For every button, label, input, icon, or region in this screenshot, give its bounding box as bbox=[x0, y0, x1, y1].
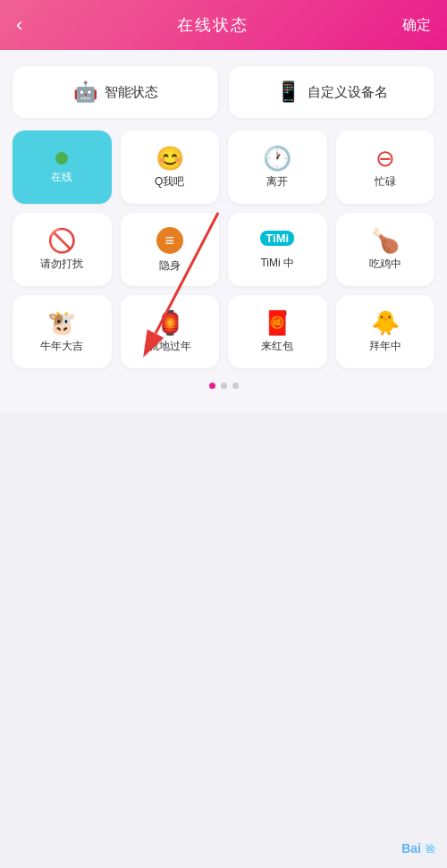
bottom-area bbox=[0, 412, 447, 868]
dot-2 bbox=[221, 383, 227, 389]
ox-year-label: 牛年大吉 bbox=[40, 339, 83, 354]
status-bow-year[interactable]: 🐥 拜年中 bbox=[336, 295, 435, 368]
status-invisible[interactable]: ≡ 隐身 bbox=[121, 213, 220, 286]
custom-device-label: 自定义设备名 bbox=[308, 84, 388, 101]
timi-icon: TiMi bbox=[260, 231, 294, 246]
lantern-icon: 🏮 bbox=[156, 311, 184, 334]
invisible-label: 隐身 bbox=[159, 258, 181, 274]
clock-icon: 🕐 bbox=[263, 147, 291, 170]
phone-icon: 📱 bbox=[276, 80, 300, 104]
invisible-icon: ≡ bbox=[156, 227, 183, 254]
smart-status-label: 智能状态 bbox=[105, 84, 158, 101]
online-dot-icon bbox=[55, 152, 68, 164]
watermark-sub: 验 bbox=[423, 842, 438, 855]
status-no-disturb[interactable]: 🚫 请勿打扰 bbox=[13, 213, 112, 286]
page-dots bbox=[13, 383, 434, 389]
page-title: 在线状态 bbox=[177, 14, 249, 36]
status-new-year[interactable]: 🏮 就地过年 bbox=[121, 295, 220, 368]
bow-year-label: 拜年中 bbox=[369, 339, 401, 354]
watermark-text: Bai bbox=[401, 841, 421, 855]
busy-label: 忙碌 bbox=[375, 174, 396, 190]
app-header: ‹ 在线状态 确定 bbox=[0, 0, 447, 50]
status-timi[interactable]: TiMi TiMi 中 bbox=[228, 213, 327, 286]
status-online[interactable]: 在线 bbox=[13, 131, 112, 204]
away-label: 离开 bbox=[266, 174, 288, 190]
online-label: 在线 bbox=[51, 170, 72, 185]
chicken-label: 吃鸡中 bbox=[369, 257, 401, 272]
minus-circle-icon: ⊖ bbox=[375, 147, 395, 170]
q-me-label: Q我吧 bbox=[155, 174, 184, 190]
no-disturb-icon: 🚫 bbox=[47, 229, 76, 252]
status-red-packet[interactable]: 🧧 来红包 bbox=[228, 295, 327, 368]
smart-status-card[interactable]: 🤖 智能状态 bbox=[13, 66, 218, 118]
watermark: Bai 验 bbox=[401, 841, 438, 855]
dot-3 bbox=[232, 383, 239, 389]
status-away[interactable]: 🕐 离开 bbox=[228, 131, 327, 204]
top-row: 🤖 智能状态 📱 自定义设备名 bbox=[13, 66, 434, 118]
new-year-label: 就地过年 bbox=[148, 339, 191, 354]
main-content: 🤖 智能状态 📱 自定义设备名 在线 😊 Q我吧 🕐 离开 ⊖ 忙碌 🚫 bbox=[0, 50, 447, 412]
red-packet-label: 来红包 bbox=[261, 339, 293, 354]
status-ox-year[interactable]: 🐮 牛年大吉 bbox=[13, 295, 112, 368]
confirm-button[interactable]: 确定 bbox=[402, 16, 431, 35]
no-disturb-label: 请勿打扰 bbox=[40, 257, 83, 272]
robot-icon: 🤖 bbox=[73, 80, 97, 104]
red-packet-icon: 🧧 bbox=[263, 311, 291, 334]
back-button[interactable]: ‹ bbox=[16, 13, 22, 37]
status-q-me[interactable]: 😊 Q我吧 bbox=[121, 131, 220, 204]
chick-icon: 🐥 bbox=[371, 311, 400, 334]
dot-1 bbox=[209, 383, 215, 389]
ox-icon: 🐮 bbox=[47, 311, 76, 334]
status-grid: 在线 😊 Q我吧 🕐 离开 ⊖ 忙碌 🚫 请勿打扰 ≡ 隐身 TiMi TiMi… bbox=[13, 131, 434, 368]
smile-icon: 😊 bbox=[156, 147, 184, 170]
chicken-icon: 🍗 bbox=[371, 229, 400, 252]
status-chicken[interactable]: 🍗 吃鸡中 bbox=[336, 213, 435, 286]
timi-label: TiMi 中 bbox=[260, 256, 294, 271]
custom-device-card[interactable]: 📱 自定义设备名 bbox=[229, 66, 434, 118]
status-busy[interactable]: ⊖ 忙碌 bbox=[336, 131, 435, 204]
